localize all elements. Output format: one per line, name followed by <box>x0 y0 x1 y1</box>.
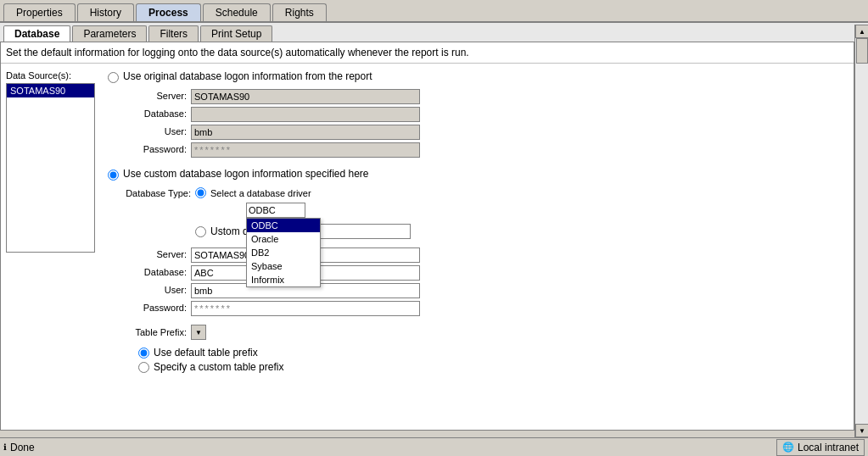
main-content: Set the default information for logging … <box>0 42 854 431</box>
custom-server-label: Server: <box>123 247 187 263</box>
status-left: ℹ Done <box>3 442 35 453</box>
status-right-text: Local intranet <box>798 442 859 453</box>
dropdown-item-informix[interactable]: Informix <box>247 273 320 286</box>
radio-row-original: Use original database logon information … <box>108 70 848 83</box>
custom-form-grid: Server: Database: User: Password: <box>123 247 848 316</box>
table-prefix-dropdown-arrow: ▼ <box>195 329 202 336</box>
sub-radio-group: Use default table prefix Specify a custo… <box>138 347 848 373</box>
dropdown-container: ODBC Oracle DB2 Sybase Informix <box>246 203 305 218</box>
radio-original-label: Use original database logon information … <box>123 70 372 82</box>
custom-driver-row: Ustom driver <box>123 224 848 239</box>
custom-prefix-label: Specify a custom table prefix <box>154 361 283 373</box>
sub-radio-row-custom-prefix: Specify a custom table prefix <box>138 361 848 373</box>
intranet-icon: 🌐 <box>782 442 794 453</box>
scrollbar-down-btn[interactable]: ▼ <box>855 424 868 437</box>
tab-schedule[interactable]: Schedule <box>203 3 271 21</box>
original-database-input[interactable] <box>191 107 420 122</box>
dropdown-item-sybase[interactable]: Sybase <box>247 259 320 273</box>
dropdown-item-db2[interactable]: DB2 <box>247 246 320 259</box>
top-tab-bar: Properties History Process Schedule Righ… <box>0 0 868 23</box>
tab-process[interactable]: Process <box>136 3 201 21</box>
original-password-label: Password: <box>123 142 187 158</box>
datasource-item[interactable]: SOTAMAS90 <box>7 84 94 97</box>
original-password-input[interactable] <box>191 142 420 158</box>
radio-row-custom: Use custom database logon information sp… <box>108 168 848 181</box>
tab-history[interactable]: History <box>77 3 134 21</box>
table-prefix-row: Table Prefix: ▼ <box>123 325 848 340</box>
scrollbar-thumb[interactable] <box>856 38 868 64</box>
select-driver-label: Select a database driver <box>210 188 311 198</box>
radio-custom-label: Use custom database logon information sp… <box>123 168 369 180</box>
description-bar: Set the default information for logging … <box>1 42 854 64</box>
custom-password-label: Password: <box>123 301 187 316</box>
content-area: Data Source(s): SOTAMAS90 Use original d… <box>1 64 854 380</box>
custom-password-input[interactable] <box>191 301 420 316</box>
right-scrollbar[interactable]: ▲ ▼ <box>854 25 868 437</box>
original-server-input[interactable] <box>191 89 420 104</box>
tab-properties[interactable]: Properties <box>3 3 76 21</box>
original-database-label: Database: <box>123 107 187 122</box>
description-text: Set the default information for logging … <box>6 47 469 58</box>
radio-select-driver[interactable] <box>195 187 206 198</box>
db-type-row: Database Type: Select a database driver <box>123 187 848 198</box>
radio-custom[interactable] <box>108 170 119 181</box>
dropdown-item-oracle[interactable]: Oracle <box>247 232 320 246</box>
table-prefix-label: Table Prefix: <box>123 327 187 337</box>
default-prefix-label: Use default table prefix <box>154 347 258 359</box>
original-user-input[interactable] <box>191 125 420 140</box>
status-text: Done <box>10 442 35 453</box>
original-form-grid: Server: Database: User: Password: <box>123 89 848 158</box>
driver-select[interactable]: ODBC Oracle DB2 Sybase Informix <box>246 203 305 218</box>
table-prefix-dropdown-btn[interactable]: ▼ <box>191 325 206 340</box>
custom-database-label: Database: <box>123 265 187 281</box>
left-panel: Data Source(s): SOTAMAS90 <box>6 70 99 373</box>
db-type-label: Database Type: <box>123 188 191 198</box>
dropdown-open-list: ODBC Oracle DB2 Sybase Informix <box>246 218 321 287</box>
custom-user-label: User: <box>123 283 187 298</box>
original-server-label: Server: <box>123 89 187 104</box>
scrollbar-track <box>855 38 868 424</box>
radio-custom-driver[interactable] <box>195 226 206 237</box>
tab-filters[interactable]: Filters <box>148 25 199 42</box>
radio-section-original: Use original database logon information … <box>108 70 848 158</box>
tab-parameters[interactable]: Parameters <box>72 25 147 42</box>
scrollbar-up-btn[interactable]: ▲ <box>855 25 868 38</box>
radio-section-custom: Use custom database logon information sp… <box>108 168 848 373</box>
datasource-label: Data Source(s): <box>6 70 99 81</box>
status-right: 🌐 Local intranet <box>776 439 865 456</box>
radio-default-prefix[interactable] <box>138 348 149 359</box>
sub-radio-row-default: Use default table prefix <box>138 347 848 359</box>
second-tab-bar: Database Parameters Filters Print Setup <box>0 23 868 42</box>
radio-original[interactable] <box>108 72 119 83</box>
right-panel: Use original database logon information … <box>108 70 848 373</box>
tab-print-setup[interactable]: Print Setup <box>200 25 272 42</box>
tab-rights[interactable]: Rights <box>272 3 327 21</box>
datasource-list[interactable]: SOTAMAS90 <box>6 83 95 253</box>
original-user-label: User: <box>123 125 187 140</box>
dropdown-area: ODBC Oracle DB2 Sybase Informix ODBC Ora… <box>246 203 848 218</box>
dropdown-item-odbc[interactable]: ODBC <box>247 219 320 232</box>
status-bar: ℹ Done 🌐 Local intranet <box>0 437 868 456</box>
status-icon: ℹ <box>3 442 7 452</box>
tab-database[interactable]: Database <box>3 25 70 42</box>
radio-custom-prefix[interactable] <box>138 362 149 373</box>
